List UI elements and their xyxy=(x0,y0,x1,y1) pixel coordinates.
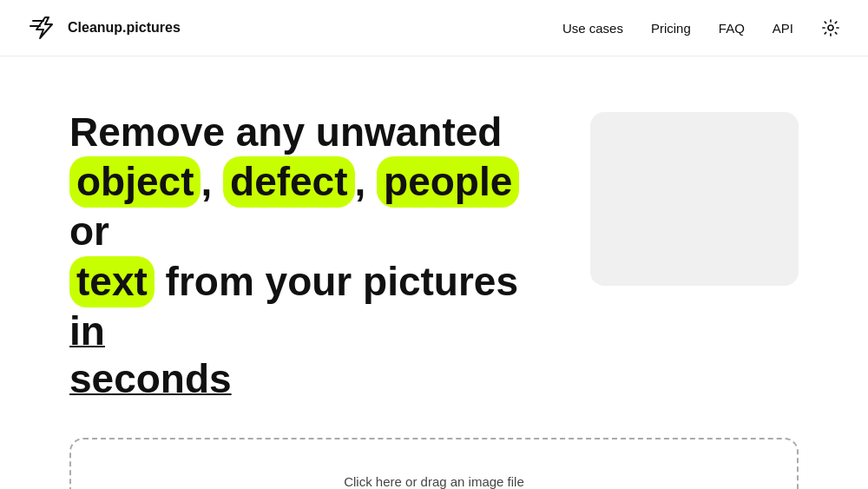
header: Cleanup.pictures Use cases Pricing FAQ A… xyxy=(0,0,868,56)
hero-line1: Remove any unwanted xyxy=(69,109,502,155)
svg-point-2 xyxy=(828,25,833,30)
main-nav: Use cases Pricing FAQ API xyxy=(562,18,840,37)
nav-pricing[interactable]: Pricing xyxy=(651,21,691,36)
hero-word-defect: defect xyxy=(223,156,354,208)
settings-icon[interactable] xyxy=(821,18,840,37)
nav-use-cases[interactable]: Use cases xyxy=(562,21,623,36)
hero-section: Remove any unwanted object, defect, peop… xyxy=(69,109,538,403)
hero-word-object: object xyxy=(69,156,201,208)
hero-image xyxy=(590,112,799,286)
hero-comma1: , xyxy=(201,159,223,204)
logo[interactable]: Cleanup.pictures xyxy=(28,12,181,43)
hero-word-or: or xyxy=(69,208,109,254)
logo-text: Cleanup.pictures xyxy=(68,20,181,36)
hero-word-people: people xyxy=(377,156,519,208)
upload-section: Click here or drag an image file xyxy=(0,438,868,489)
hero-line3: from your pictures xyxy=(155,259,518,304)
nav-faq[interactable]: FAQ xyxy=(719,21,745,36)
hero-word-text: text xyxy=(69,256,155,307)
upload-dropzone[interactable]: Click here or drag an image file xyxy=(69,438,799,489)
main-content: Remove any unwanted object, defect, peop… xyxy=(0,56,868,438)
logo-icon xyxy=(28,12,59,43)
hero-word-in: in xyxy=(69,308,105,354)
upload-label: Click here or drag an image file xyxy=(344,474,524,489)
hero-comma2: , xyxy=(355,159,378,204)
hero-heading: Remove any unwanted object, defect, peop… xyxy=(69,109,538,403)
hero-word-seconds: seconds xyxy=(69,356,232,401)
nav-api[interactable]: API xyxy=(773,21,793,36)
